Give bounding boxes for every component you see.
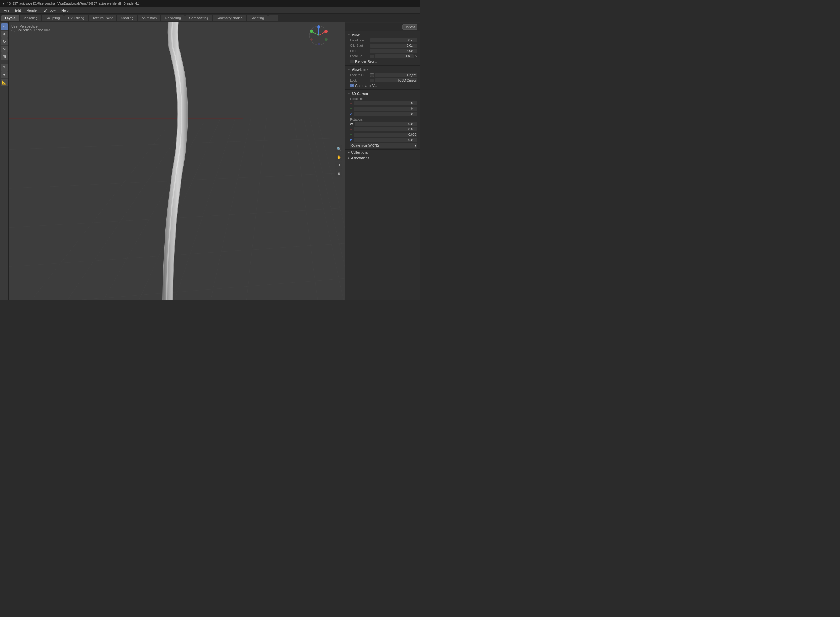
rotation-mode-value: Quaternion (WXYZ) <box>351 144 379 148</box>
rotation-z-label: Z <box>350 139 352 142</box>
lock-to-cursor-value[interactable]: To 3D Cursor <box>375 78 417 83</box>
tool-rotate[interactable]: ↻ <box>1 38 8 45</box>
view-lock-header[interactable]: ▼ View Lock <box>348 67 417 72</box>
tab-texture-paint[interactable]: Texture Paint <box>89 15 116 21</box>
focal-length-row: Focal Len... 50 mm <box>350 38 417 43</box>
tab-add[interactable]: + <box>268 15 278 21</box>
options-button[interactable]: Options <box>402 24 417 30</box>
location-y-row: Y 0 m <box>350 106 417 111</box>
rotation-w-row: W 0.000 <box>350 121 417 127</box>
right-sidebar-top: Options <box>345 23 420 31</box>
menu-bar: File Edit Render Window Help <box>0 7 420 14</box>
view-lock-subsection: Lock to O... Object Lock To 3D Cursor ✓ … <box>350 72 417 88</box>
clip-end-row: End 1000 m <box>350 48 417 54</box>
rotation-y-label: Y <box>350 133 352 136</box>
lock-to-object-value[interactable]: Object <box>375 73 417 77</box>
tool-transform[interactable]: ⊞ <box>1 53 8 60</box>
collections-row[interactable]: ▶ Collections <box>345 149 420 155</box>
camera-to-view-checkbox[interactable]: ✓ <box>350 84 354 87</box>
menu-help[interactable]: Help <box>59 8 71 13</box>
clip-start-label: Clip Start <box>350 44 369 47</box>
view-section-header[interactable]: ▼ View <box>348 32 417 38</box>
view-subsection: Focal Len... 50 mm Clip Start 0.01 m End… <box>350 38 417 64</box>
tab-compositing[interactable]: Compositing <box>185 15 212 21</box>
viewport-hand[interactable]: ✋ <box>335 154 342 161</box>
title-bar: ● * 34237_autosave [C:\Users\muham\AppDa… <box>0 0 420 7</box>
tab-modeling[interactable]: Modeling <box>20 15 41 21</box>
clip-start-row: Clip Start 0.01 m <box>350 43 417 48</box>
cursor-subsection: Location: X 0 m Y 0 m Z 0 m <box>350 97 417 148</box>
location-z-value[interactable]: 0 m <box>354 112 418 116</box>
rotation-mode-arrow: ▾ <box>415 144 416 148</box>
menu-render[interactable]: Render <box>24 8 40 13</box>
tool-annotate-line[interactable]: ✒ <box>1 71 8 78</box>
tool-cursor[interactable]: ↖ <box>1 23 8 30</box>
rotation-mode-dropdown[interactable]: Quaternion (WXYZ) ▾ <box>350 143 417 148</box>
tab-scripting[interactable]: Scripting <box>247 15 268 21</box>
title-text: * 34237_autosave [C:\Users\muham\AppData… <box>7 2 140 5</box>
rotation-y-value[interactable]: 0.000 <box>354 133 417 137</box>
svg-point-31 <box>325 38 327 41</box>
location-label: Location: <box>350 97 417 100</box>
tab-rendering[interactable]: Rendering <box>161 15 184 21</box>
tab-layout[interactable]: Layout <box>1 15 19 21</box>
view-lock-title: View Lock <box>352 68 368 71</box>
render-region-label: Render Regi... <box>355 59 377 63</box>
tool-measure[interactable]: 📐 <box>1 79 8 86</box>
main-layout: ↖ ✥ ↻ ⇲ ⊞ ✎ ✒ 📐 Object Mode View Select … <box>0 22 420 300</box>
tool-annotate[interactable]: ✎ <box>1 64 8 71</box>
local-camera-value[interactable]: Ca... <box>375 54 414 58</box>
rotation-w-value[interactable]: 0.000 <box>355 122 418 126</box>
rotation-w-label: W <box>350 123 353 126</box>
svg-point-30 <box>310 38 313 41</box>
location-x-row: X 0 m <box>350 100 417 106</box>
viewport-collections-icon[interactable]: ⊞ <box>335 170 342 177</box>
menu-file[interactable]: File <box>1 8 12 13</box>
left-toolbar: ↖ ✥ ↻ ⇲ ⊞ ✎ ✒ 📐 <box>0 22 9 300</box>
view-section-title: View <box>352 33 360 37</box>
annotations-label: Annotations <box>351 156 369 160</box>
tab-sculpting[interactable]: Sculpting <box>42 15 63 21</box>
rotation-z-value[interactable]: 0.000 <box>354 138 418 142</box>
viewport[interactable]: Object Mode View Select Add Object ⊕ Glo… <box>9 22 345 300</box>
clip-end-label: End <box>350 49 369 53</box>
lock-to-object-row: Lock to O... Object <box>350 72 417 78</box>
menu-window[interactable]: Window <box>41 8 58 13</box>
viewport-gizmo[interactable]: X Y Z <box>308 24 330 46</box>
location-y-value[interactable]: 0 m <box>354 106 417 111</box>
tab-uv-editing[interactable]: UV Editing <box>64 15 88 21</box>
viewport-info: User Perspective (0) Collection | Plane.… <box>11 24 50 32</box>
svg-text:Y: Y <box>311 30 312 33</box>
tab-shading[interactable]: Shading <box>117 15 137 21</box>
tab-geometry-nodes[interactable]: Geometry Nodes <box>212 15 246 21</box>
render-region-checkbox[interactable] <box>350 59 354 63</box>
cursor-section-header[interactable]: ▼ 3D Cursor <box>348 91 417 97</box>
lock-to-cursor-checkbox[interactable] <box>370 79 374 83</box>
clip-start-value[interactable]: 0.01 m <box>370 44 417 48</box>
lock-to-cursor-row: Lock To 3D Cursor <box>350 78 417 83</box>
viewport-orbit[interactable]: ↺ <box>335 162 342 169</box>
rotation-x-value[interactable]: 0.000 <box>354 127 417 131</box>
location-x-value[interactable]: 0 m <box>354 101 417 105</box>
viewport-zoom-in[interactable]: 🔍 <box>335 145 342 152</box>
local-camera-row: Local Ca... Ca... ✕ <box>350 54 417 59</box>
location-z-label: Z <box>350 112 352 116</box>
local-camera-label: Local Ca... <box>350 55 369 58</box>
cursor-section-arrow: ▼ <box>348 92 351 95</box>
workspace-tabs: Layout Modeling Sculpting UV Editing Tex… <box>0 14 420 22</box>
clip-end-value[interactable]: 1000 m <box>370 49 417 53</box>
svg-text:X: X <box>324 30 326 33</box>
local-camera-close[interactable]: ✕ <box>415 55 417 58</box>
menu-edit[interactable]: Edit <box>13 8 24 13</box>
svg-point-32 <box>317 43 320 45</box>
tool-scale[interactable]: ⇲ <box>1 46 8 53</box>
local-camera-checkbox[interactable] <box>370 55 374 58</box>
annotations-row[interactable]: ▶ Annotations <box>345 155 420 161</box>
focal-length-value[interactable]: 50 mm <box>370 38 417 42</box>
focal-length-label: Focal Len... <box>350 38 369 42</box>
location-y-label: Y <box>350 107 352 110</box>
tool-move[interactable]: ✥ <box>1 31 8 38</box>
tab-animation[interactable]: Animation <box>138 15 161 21</box>
lock-to-object-checkbox[interactable] <box>370 73 374 77</box>
render-region-row: Render Regi... <box>350 59 417 64</box>
